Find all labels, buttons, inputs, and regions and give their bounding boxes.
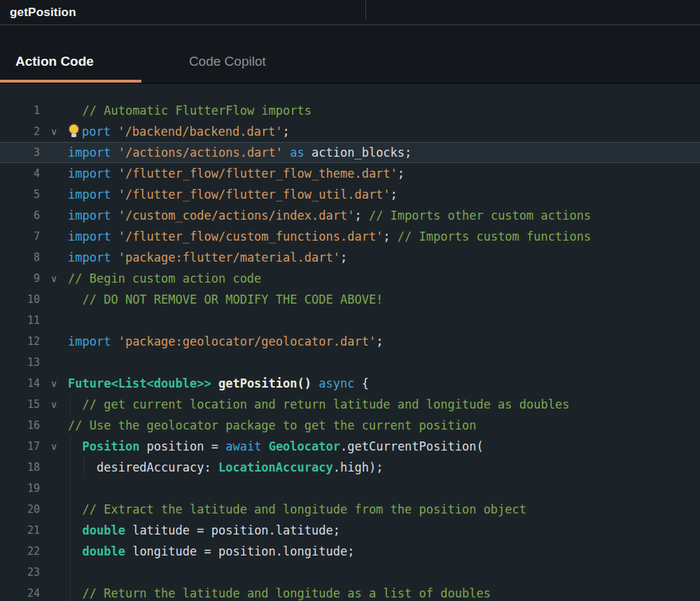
line-number: 18 bbox=[0, 457, 40, 478]
code-token: ; bbox=[383, 229, 390, 243]
line-number: 10 bbox=[0, 289, 40, 310]
fold-spacer bbox=[40, 142, 68, 163]
code-token: '/flutter_flow/custom_functions.dart' bbox=[111, 229, 383, 243]
code-text: // DO NOT REMOVE OR MODIFY THE CODE ABOV… bbox=[68, 289, 700, 310]
tab-code-copilot-label: Code Copilot bbox=[189, 54, 266, 69]
code-token: double bbox=[82, 523, 125, 537]
code-line[interactable]: 6import '/custom_code/actions/index.dart… bbox=[0, 205, 700, 226]
fold-spacer bbox=[40, 520, 68, 541]
code-token: import bbox=[68, 146, 111, 160]
code-text: port '/backend/backend.dart'; bbox=[68, 121, 700, 142]
action-name-tab[interactable]: getPosition bbox=[0, 0, 76, 24]
indent-guide bbox=[70, 583, 71, 601]
code-token: // Extract the latitude and longitude fr… bbox=[82, 502, 526, 516]
code-line[interactable]: 7import '/flutter_flow/custom_functions.… bbox=[0, 226, 700, 247]
code-token: .high); bbox=[333, 460, 384, 474]
code-line[interactable]: 14∨Future<List<double>> getPosition() as… bbox=[0, 373, 700, 394]
indent-guide bbox=[84, 457, 85, 478]
line-number: 13 bbox=[0, 352, 40, 373]
line-number: 17 bbox=[0, 436, 40, 457]
line-number: 12 bbox=[0, 331, 40, 352]
line-number: 14 bbox=[0, 373, 40, 394]
code-line[interactable]: 24 // Return the latitude and longitude … bbox=[0, 583, 700, 601]
fold-chevron-icon[interactable]: ∨ bbox=[40, 436, 68, 457]
code-token: Geolocator bbox=[269, 439, 340, 453]
quick-fix-lightbulb-icon[interactable] bbox=[68, 123, 82, 139]
fold-chevron-icon[interactable]: ∨ bbox=[40, 394, 68, 415]
indent-guide bbox=[70, 562, 71, 583]
code-line[interactable]: 9∨// Begin custom action code bbox=[0, 268, 700, 289]
code-line[interactable]: 20 // Extract the latitude and longitude… bbox=[0, 499, 700, 520]
code-text: import '/flutter_flow/custom_functions.d… bbox=[68, 226, 700, 247]
code-line[interactable]: 17∨ Position position = await Geolocator… bbox=[0, 436, 700, 457]
code-lines: 1 // Automatic FlutterFlow imports2∨port… bbox=[0, 100, 700, 601]
tab-code-copilot[interactable]: Code Copilot bbox=[189, 25, 266, 83]
fold-spacer bbox=[40, 457, 68, 478]
code-token: desiredAccuracy: bbox=[97, 460, 218, 474]
line-number: 9 bbox=[0, 268, 40, 289]
code-line[interactable]: 11 bbox=[0, 310, 700, 331]
line-number: 2 bbox=[0, 121, 40, 142]
fold-spacer bbox=[40, 352, 68, 373]
code-line[interactable]: 15∨ // get current location and return l… bbox=[0, 394, 700, 415]
code-text: import '/custom_code/actions/index.dart'… bbox=[68, 205, 700, 226]
line-number: 19 bbox=[0, 478, 40, 499]
fold-chevron-icon[interactable]: ∨ bbox=[40, 373, 68, 394]
indent-guide bbox=[70, 520, 71, 541]
indent-whitespace bbox=[68, 460, 97, 474]
code-line[interactable]: 10 // DO NOT REMOVE OR MODIFY THE CODE A… bbox=[0, 289, 700, 310]
code-token: // DO NOT REMOVE OR MODIFY THE CODE ABOV… bbox=[82, 292, 383, 306]
fold-spacer bbox=[40, 478, 68, 499]
code-line[interactable]: 13 bbox=[0, 352, 700, 373]
code-token: { bbox=[354, 376, 368, 390]
code-token: .getCurrentPosition( bbox=[340, 439, 484, 453]
code-token: '/actions/actions.dart' bbox=[111, 146, 283, 160]
code-token: LocationAccuracy bbox=[218, 460, 333, 474]
tab-action-code[interactable]: Action Code bbox=[0, 25, 141, 83]
line-number: 5 bbox=[0, 184, 40, 205]
code-line[interactable]: 19 bbox=[0, 478, 700, 499]
code-line[interactable]: 21 double latitude = position.latitude; bbox=[0, 520, 700, 541]
code-token: 'package:flutter/material.dart' bbox=[111, 250, 340, 264]
code-line[interactable]: 1 // Automatic FlutterFlow imports bbox=[0, 100, 700, 121]
code-token: latitude = position.latitude; bbox=[125, 523, 340, 537]
code-token: async bbox=[312, 376, 354, 390]
fold-spacer bbox=[40, 226, 68, 247]
code-line[interactable]: 2∨port '/backend/backend.dart'; bbox=[0, 121, 700, 142]
fold-chevron-icon[interactable]: ∨ bbox=[40, 121, 68, 142]
code-token bbox=[261, 439, 268, 453]
code-line[interactable]: 5import '/flutter_flow/flutter_flow_util… bbox=[0, 184, 700, 205]
code-token: ; bbox=[376, 334, 383, 348]
code-token: Position bbox=[82, 439, 139, 453]
code-text: import 'package:geolocator/geolocator.da… bbox=[68, 331, 700, 352]
code-token: action_blocks; bbox=[304, 146, 412, 160]
code-token: import bbox=[68, 208, 111, 222]
code-line[interactable]: 22 double longitude = position.longitude… bbox=[0, 541, 700, 562]
fold-spacer bbox=[40, 100, 68, 121]
gutter: 9∨ bbox=[0, 268, 68, 289]
indent-whitespace bbox=[68, 104, 82, 118]
code-line[interactable]: 16// Use the geolocator package to get t… bbox=[0, 415, 700, 436]
fold-spacer bbox=[40, 205, 68, 226]
code-line[interactable]: 4import '/flutter_flow/flutter_flow_them… bbox=[0, 163, 700, 184]
code-token: import bbox=[68, 334, 111, 348]
indent-guide bbox=[70, 394, 71, 415]
line-number: 7 bbox=[0, 226, 40, 247]
code-text: // Use the geolocator package to get the… bbox=[68, 415, 700, 436]
code-line[interactable]: 18 desiredAccuracy: LocationAccuracy.hig… bbox=[0, 457, 700, 478]
fold-chevron-icon[interactable]: ∨ bbox=[40, 268, 68, 289]
code-line[interactable]: 12import 'package:geolocator/geolocator.… bbox=[0, 331, 700, 352]
gutter: 6 bbox=[0, 205, 68, 226]
code-editor[interactable]: 1 // Automatic FlutterFlow imports2∨port… bbox=[0, 84, 700, 601]
code-line-highlighted[interactable]: 3import '/actions/actions.dart' as actio… bbox=[0, 142, 700, 163]
code-line[interactable]: 8import 'package:flutter/material.dart'; bbox=[0, 247, 700, 268]
code-token: position = bbox=[139, 439, 225, 453]
code-token: getPosition() bbox=[211, 376, 312, 390]
code-token: import bbox=[68, 188, 111, 201]
code-token: import bbox=[68, 250, 111, 264]
indent-guide bbox=[70, 436, 71, 457]
line-number: 8 bbox=[0, 247, 40, 268]
code-line[interactable]: 23 bbox=[0, 562, 700, 583]
line-number: 20 bbox=[0, 499, 40, 520]
fold-spacer bbox=[40, 331, 68, 352]
